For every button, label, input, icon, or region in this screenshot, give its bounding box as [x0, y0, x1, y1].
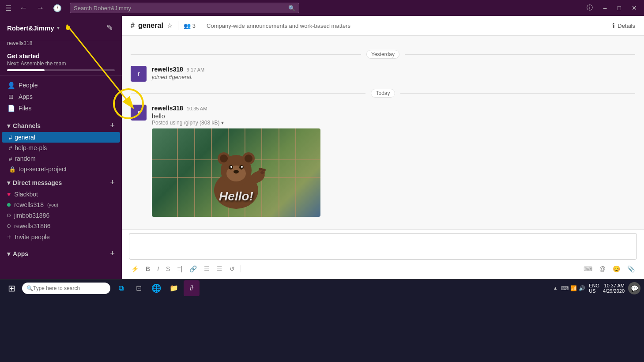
slackbot-heart-icon: ♥	[7, 191, 11, 198]
dm-section-header[interactable]: ▾ Direct messages +	[0, 174, 122, 189]
sidebar-item-apps-label: Apps	[19, 93, 33, 100]
message-input-box[interactable]	[129, 233, 637, 260]
svg-point-16	[260, 171, 264, 174]
search-icon[interactable]: 🔍	[288, 5, 295, 11]
dm-item-jimbob31886[interactable]: jimbob31886	[0, 210, 122, 221]
taskbar-multitask-button[interactable]: ⊡	[131, 280, 147, 296]
new-message-button[interactable]: ✎	[105, 21, 115, 34]
sidebar-item-files[interactable]: 📄 Files	[0, 102, 122, 114]
undo-button[interactable]: ↺	[227, 264, 237, 274]
toolbar-divider	[241, 265, 241, 272]
dm-label: Direct messages	[13, 179, 62, 186]
taskbar-search-input[interactable]	[33, 285, 104, 291]
taskview-button[interactable]: ⧉	[113, 280, 129, 296]
info-icon: ℹ	[612, 22, 615, 30]
notification-button[interactable]: 💬	[628, 282, 640, 294]
network-icon[interactable]: 📶	[570, 285, 577, 291]
history-button[interactable]: 🕐	[50, 3, 64, 13]
maximize-button[interactable]: □	[614, 4, 625, 12]
start-button[interactable]: ⊞	[4, 280, 19, 296]
channel-item-general[interactable]: # general	[2, 132, 120, 143]
sidebar-item-files-label: Files	[19, 105, 32, 112]
lightning-button[interactable]: ⚡	[129, 264, 141, 274]
message-text-hello: hello	[152, 113, 635, 120]
taskbar-right: ▲ ⌨ 📶 🔊 ENG US 10:37 AM 4/29/2020 💬	[553, 282, 640, 294]
people-count-icon: 👥	[184, 23, 191, 29]
hash-icon-general: #	[9, 134, 12, 141]
sidebar-item-people[interactable]: 👤 People	[0, 79, 122, 91]
attachment-button[interactable]: 📎	[625, 264, 637, 274]
mention-button[interactable]: @	[597, 264, 608, 274]
table-row: r rewells318 9:17 AM joined #general.	[131, 66, 635, 82]
svg-point-5	[245, 155, 252, 162]
star-icon[interactable]: ☆	[167, 22, 173, 29]
taskbar-explorer-button[interactable]: 📁	[166, 280, 182, 296]
svg-point-10	[241, 166, 243, 168]
member-count-number: 3	[192, 23, 196, 29]
channels-section-header[interactable]: ▾ Channels +	[0, 117, 122, 132]
forward-button[interactable]: →	[34, 3, 47, 14]
svg-point-14	[259, 168, 262, 170]
add-app-button[interactable]: +	[110, 249, 115, 258]
taskbar-chrome-button[interactable]: 🌐	[148, 280, 164, 296]
hash-icon-help: #	[9, 145, 12, 151]
channel-item-help-me-pls[interactable]: # help-me-pls	[2, 143, 120, 153]
hamburger-icon[interactable]: ☰	[4, 2, 13, 14]
emoji-button[interactable]: 😊	[610, 264, 622, 274]
system-tray-expand-icon[interactable]: ▲	[553, 286, 557, 290]
strikethrough-button[interactable]: S	[164, 264, 172, 274]
blockquote-button[interactable]: ≡|	[175, 264, 185, 274]
search-bar[interactable]: 🔍	[70, 3, 299, 13]
keyboard-icon[interactable]: ⌨	[561, 285, 569, 291]
channel-item-top-secret[interactable]: 🔒 top-secret-project	[2, 164, 120, 174]
unordered-list-button[interactable]: ☰	[215, 264, 225, 274]
dm-item-rewells31886[interactable]: rewells31886	[0, 221, 122, 231]
rewells318-status-icon	[7, 203, 11, 207]
chat-header: # general ☆ 👥 3 Company-wide announcemen…	[122, 16, 644, 36]
multitask-icon: ⊡	[136, 284, 142, 292]
giphy-dropdown-icon[interactable]: ▾	[221, 120, 224, 126]
avatar: r	[131, 66, 147, 82]
details-label: Details	[618, 23, 635, 29]
get-started-title: Get started	[7, 53, 115, 60]
close-button[interactable]: ✕	[628, 4, 640, 12]
channel-item-random[interactable]: # random	[2, 153, 120, 164]
bold-button[interactable]: B	[143, 264, 152, 274]
channel-description: Company-wide announcements and work-base…	[207, 23, 350, 29]
details-button[interactable]: ℹ Details	[612, 22, 635, 30]
svg-point-9	[230, 166, 232, 168]
table-row: r rewells318 10:35 AM hello Posted using…	[131, 105, 635, 217]
taskbar-search[interactable]: 🔍	[22, 283, 110, 294]
taskview-icon: ⧉	[119, 284, 124, 292]
taskbar-slack-button[interactable]: #	[184, 280, 200, 296]
message-time-2: 10:35 AM	[187, 106, 207, 111]
yesterday-divider: Yesterday	[131, 50, 635, 59]
channel-name-random: random	[15, 155, 35, 162]
help-button[interactable]: ⓘ	[583, 3, 596, 13]
search-input[interactable]	[74, 5, 288, 11]
title-bar: ☰ ← → 🕐 🔍 ⓘ – □ ✕	[0, 0, 644, 16]
region-code: US	[589, 288, 599, 294]
minimize-button[interactable]: –	[600, 4, 610, 12]
ordered-list-button[interactable]: ☰	[202, 264, 212, 274]
taskbar-apps: ⧉ ⊡ 🌐 📁 #	[113, 280, 200, 296]
sidebar-item-people-label: People	[19, 82, 38, 89]
invite-people-item[interactable]: + Invite people	[0, 231, 122, 243]
message-body-hello: rewells318 10:35 AM hello Posted using /…	[152, 105, 635, 217]
dm-item-rewells318[interactable]: rewells318 (you)	[0, 200, 122, 210]
cortana-icon: 🔍	[26, 285, 33, 291]
italic-button[interactable]: I	[155, 264, 161, 274]
dm-item-slackbot[interactable]: ♥ Slackbot	[0, 189, 122, 200]
sidebar-item-apps[interactable]: ⊞ Apps	[0, 91, 122, 102]
bottom-apps-section-header[interactable]: ▾ Apps +	[0, 245, 122, 260]
volume-icon[interactable]: 🔊	[579, 285, 585, 291]
add-channel-button[interactable]: +	[110, 121, 115, 130]
add-dm-button[interactable]: +	[110, 178, 115, 187]
hello-image-text: Hello!	[219, 189, 253, 204]
back-button[interactable]: ←	[17, 3, 30, 14]
workspace-header[interactable]: Robert&Jimmy ▾ ✎	[0, 16, 122, 40]
channel-title: # general ☆	[131, 22, 173, 30]
dm-name-jimbob: jimbob31886	[14, 212, 49, 219]
link-button[interactable]: 🔗	[187, 264, 199, 274]
format-button[interactable]: ⌨	[581, 264, 595, 274]
